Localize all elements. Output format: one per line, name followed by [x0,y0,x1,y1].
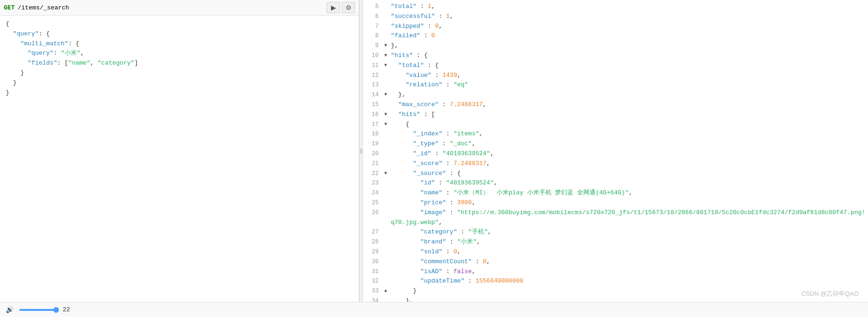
no-collapse-icon [384,276,391,277]
line-content: "hits" : { [391,51,868,61]
line-number: 29 [363,247,384,257]
table-row: 18 "_index" : "items", [363,129,868,139]
collapse-icon[interactable]: ▼ [384,61,391,69]
no-collapse-icon [384,159,391,160]
code-line-3: "multi_match": { [6,39,353,49]
no-collapse-icon [384,139,391,140]
table-row: 12 "value" : 1439, [363,71,868,81]
table-row: 23 "id" : "40193639524", [363,178,868,188]
line-content: "name" : "小米（MI） 小米play 小米手机 梦幻蓝 全网通(4G+… [391,188,868,198]
collapse-icon[interactable]: ▼ [384,41,391,50]
table-row: 20 "_id" : "40193639524", [363,149,868,159]
table-row: 5"total" : 1, [363,2,868,12]
line-number: 5 [363,2,384,11]
table-row: 26 "image" : "https://m.360buyimg.com/mo… [363,208,868,228]
collapse-icon[interactable]: ▼ [384,90,391,99]
line-content: { [391,120,868,130]
table-row: 8"failed" : 0 [363,31,868,41]
no-collapse-icon [384,267,391,268]
table-row: 19 "_type" : "_doc", [363,139,868,149]
line-number: 24 [363,188,384,198]
line-content: "_source" : { [391,169,868,179]
request-body[interactable]: { "query": { "multi_match": { "query": "… [0,16,359,302]
line-content: "id" : "40193639524", [391,178,868,188]
line-content: }, [391,41,868,51]
line-number: 17 [363,120,384,129]
no-collapse-icon [384,12,391,13]
table-row: 6"successful" : 1, [363,12,868,22]
line-content: "max_score" : 7.2488317, [391,100,868,110]
table-row: 32 "updateTime" : 1556640000000 [363,276,868,286]
line-number: 12 [363,71,384,80]
table-row: 25 "price" : 3900, [363,198,868,208]
watermark: CSDN @乙卯年QAO [801,290,859,298]
line-content: "total" : 1, [391,2,868,12]
url-input[interactable] [17,4,324,11]
line-number: 23 [363,178,384,188]
line-content: "_score" : 7.2488317, [391,159,868,169]
line-number: 20 [363,149,384,158]
no-collapse-icon [384,2,391,3]
table-row: 13 "relation" : "eq" [363,80,868,90]
line-number: 27 [363,227,384,237]
collapse-icon[interactable]: ▼ [384,110,391,118]
line-number: 15 [363,100,384,109]
line-content: } [391,286,868,296]
line-number: 10 [363,51,384,60]
table-row: 27 "category" : "手机", [363,227,868,237]
table-row: 24 "name" : "小米（MI） 小米play 小米手机 梦幻蓝 全网通(… [363,188,868,198]
volume-thumb [53,307,59,313]
line-number: 11 [363,61,384,70]
line-count: 22 [63,306,70,313]
table-row: 14▼ }, [363,90,868,100]
line-number: 31 [363,267,384,276]
line-content: }, [391,296,868,302]
no-collapse-icon [384,149,391,150]
line-number: 22 [363,169,384,178]
line-content: "category" : "手机", [391,227,868,237]
line-number: 8 [363,31,384,41]
settings-button[interactable]: ⚙ [342,2,355,13]
code-line-1: { [6,19,353,29]
table-row: 7"skipped" : 0, [363,22,868,32]
no-collapse-icon [384,100,391,101]
table-row: 31 "isAD" : false, [363,267,868,277]
line-content: "price" : 3900, [391,198,868,208]
settings-icon: ⚙ [346,4,352,11]
no-collapse-icon [384,188,391,189]
no-collapse-icon [384,247,391,248]
code-line-4: "query": "小米", [6,49,353,58]
right-panel: 5"total" : 1,6"successful" : 1,7"skipped… [363,0,868,302]
line-number: 18 [363,129,384,139]
line-number: 28 [363,237,384,247]
line-content: "_id" : "40193639524", [391,149,868,159]
line-number: 19 [363,139,384,149]
line-content: "skipped" : 0, [391,22,868,32]
table-row: 34 }, [363,296,868,302]
volume-slider[interactable] [19,309,57,311]
line-number: 7 [363,22,384,31]
run-icon: ▶ [331,4,336,11]
code-line-7: } [6,78,353,88]
no-collapse-icon [384,80,391,81]
volume-icon: 🔊 [6,306,14,314]
collapse-icon[interactable]: ▼ [384,169,391,177]
no-collapse-icon [384,129,391,130]
line-number: 16 [363,110,384,119]
no-collapse-icon [384,22,391,23]
table-row: 17▼ { [363,120,868,130]
main-container: GET ▶ ⚙ { "query": { "multi_match": { "q… [0,0,868,302]
response-body[interactable]: 5"total" : 1,6"successful" : 1,7"skipped… [363,0,868,302]
left-panel: GET ▶ ⚙ { "query": { "multi_match": { "q… [0,0,359,302]
panel-divider[interactable]: ‖ [359,0,363,302]
no-collapse-icon [384,198,391,199]
collapse-icon[interactable]: ▼ [384,120,391,128]
table-row: 15 "max_score" : 7.2488317, [363,100,868,110]
collapse-icon[interactable]: ▼ [384,51,391,59]
collapse-icon[interactable]: ▲ [384,286,391,295]
table-row: 16▼ "hits" : [ [363,110,868,120]
line-content: "commentCount" : 0, [391,257,868,267]
run-button[interactable]: ▶ [327,2,340,13]
line-content: "relation" : "eq" [391,80,868,90]
line-content: "_index" : "items", [391,129,868,139]
